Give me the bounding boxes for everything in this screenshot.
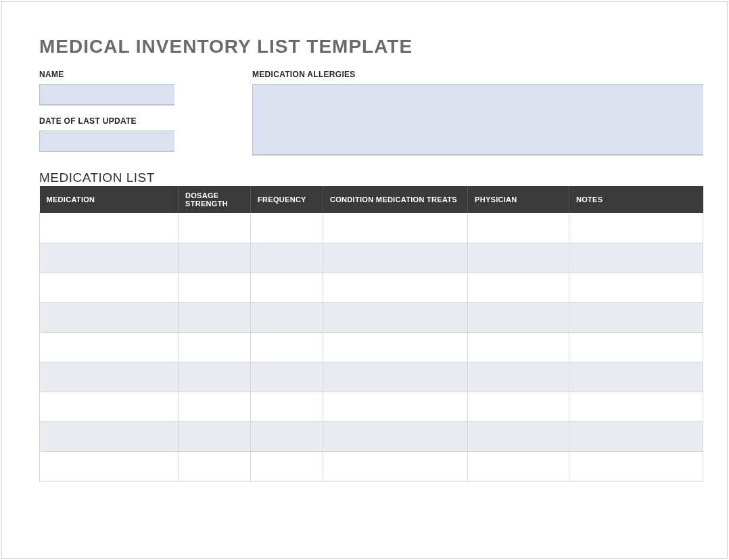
cell-notes[interactable] <box>569 421 703 451</box>
cell-notes[interactable] <box>569 332 703 362</box>
cell-dosage[interactable] <box>179 302 251 332</box>
cell-dosage[interactable] <box>179 362 251 392</box>
cell-medication[interactable] <box>40 421 179 451</box>
cell-medication[interactable] <box>40 392 179 421</box>
table-row <box>40 273 703 302</box>
table-row <box>40 421 703 451</box>
cell-condition[interactable] <box>323 302 468 332</box>
cell-condition[interactable] <box>323 362 468 392</box>
cell-dosage[interactable] <box>179 273 251 302</box>
header-physician: PHYSICIAN <box>468 186 569 213</box>
cell-physician[interactable] <box>468 302 569 332</box>
cell-frequency[interactable] <box>251 392 323 421</box>
cell-physician[interactable] <box>468 213 569 243</box>
cell-notes[interactable] <box>569 451 703 481</box>
cell-dosage[interactable] <box>179 243 251 273</box>
cell-dosage[interactable] <box>179 421 251 451</box>
cell-notes[interactable] <box>569 273 703 302</box>
header-medication: MEDICATION <box>40 186 179 213</box>
cell-physician[interactable] <box>468 392 569 421</box>
cell-frequency[interactable] <box>251 213 323 243</box>
cell-dosage[interactable] <box>179 451 251 481</box>
cell-frequency[interactable] <box>251 273 323 302</box>
cell-condition[interactable] <box>323 392 468 421</box>
date-field[interactable] <box>39 131 174 152</box>
cell-frequency[interactable] <box>251 302 323 332</box>
header-frequency: FREQUENCY <box>251 186 323 213</box>
name-label: NAME <box>39 70 252 79</box>
cell-medication[interactable] <box>40 243 179 273</box>
name-group: NAME <box>39 70 252 106</box>
page-title: MEDICAL INVENTORY LIST TEMPLATE <box>39 36 703 57</box>
table-header-row: MEDICATION DOSAGE STRENGTH FREQUENCY CON… <box>40 186 703 213</box>
cell-condition[interactable] <box>323 451 468 481</box>
cell-condition[interactable] <box>323 213 468 243</box>
table-row <box>40 451 703 481</box>
right-column: MEDICATION ALLERGIES <box>252 70 703 156</box>
name-field[interactable] <box>39 84 174 106</box>
date-label: DATE OF LAST UPDATE <box>39 116 252 126</box>
cell-medication[interactable] <box>40 332 179 362</box>
cell-physician[interactable] <box>468 243 569 273</box>
patient-info-section: NAME DATE OF LAST UPDATE MEDICATION ALLE… <box>39 70 703 156</box>
cell-condition[interactable] <box>323 273 468 302</box>
cell-frequency[interactable] <box>251 332 323 362</box>
cell-frequency[interactable] <box>251 421 323 451</box>
cell-frequency[interactable] <box>251 243 323 273</box>
table-row <box>40 213 703 243</box>
cell-notes[interactable] <box>569 243 703 273</box>
cell-medication[interactable] <box>40 451 179 481</box>
date-group: DATE OF LAST UPDATE <box>39 116 252 152</box>
cell-physician[interactable] <box>468 362 569 392</box>
table-row <box>40 362 703 392</box>
cell-medication[interactable] <box>40 213 179 243</box>
cell-physician[interactable] <box>468 273 569 302</box>
cell-dosage[interactable] <box>179 392 251 421</box>
header-condition: CONDITION MEDICATION TREATS <box>323 186 468 213</box>
cell-physician[interactable] <box>468 332 569 362</box>
document-frame: MEDICAL INVENTORY LIST TEMPLATE NAME DAT… <box>1 1 728 559</box>
cell-notes[interactable] <box>569 302 703 332</box>
cell-condition[interactable] <box>323 332 468 362</box>
header-notes: NOTES <box>569 186 703 213</box>
allergies-field[interactable] <box>252 84 703 156</box>
cell-notes[interactable] <box>569 362 703 392</box>
cell-dosage[interactable] <box>179 213 251 243</box>
medication-list-header: MEDICATION LIST <box>39 170 703 185</box>
cell-medication[interactable] <box>40 273 179 302</box>
table-row <box>40 332 703 362</box>
cell-notes[interactable] <box>569 213 703 243</box>
cell-medication[interactable] <box>40 362 179 392</box>
table-row <box>40 302 703 332</box>
table-row <box>40 392 703 421</box>
cell-condition[interactable] <box>323 421 468 451</box>
cell-condition[interactable] <box>323 243 468 273</box>
cell-physician[interactable] <box>468 451 569 481</box>
cell-physician[interactable] <box>468 421 569 451</box>
cell-frequency[interactable] <box>251 362 323 392</box>
cell-frequency[interactable] <box>251 451 323 481</box>
header-dosage: DOSAGE STRENGTH <box>179 186 251 213</box>
cell-dosage[interactable] <box>179 332 251 362</box>
table-row <box>40 243 703 273</box>
left-column: NAME DATE OF LAST UPDATE <box>39 70 252 156</box>
cell-medication[interactable] <box>40 302 179 332</box>
allergies-label: MEDICATION ALLERGIES <box>252 70 703 79</box>
medication-table: MEDICATION DOSAGE STRENGTH FREQUENCY CON… <box>39 186 703 482</box>
cell-notes[interactable] <box>569 392 703 421</box>
